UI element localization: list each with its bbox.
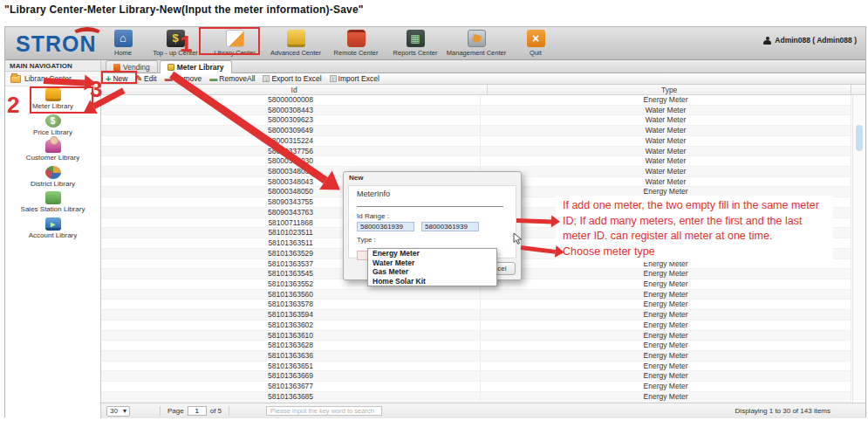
cell-type: Water Meter — [481, 106, 851, 115]
cell-id: 58101363636 — [101, 351, 481, 361]
cell-type: Water Meter — [481, 156, 851, 166]
type-option-water-meter[interactable]: Water Meter — [368, 258, 496, 268]
cell-type: Energy Meter — [481, 310, 851, 320]
sidebar-item-meter-library[interactable]: Meter Library — [5, 86, 100, 113]
import-excel-button[interactable]: ↑ Import Excel — [330, 74, 379, 83]
table-row[interactable]: 58101363602Energy Meter — [101, 320, 851, 331]
cell-id: 58101363560 — [101, 290, 481, 300]
page-number-input[interactable] — [188, 406, 207, 416]
table-row[interactable]: 58000337756Water Meter — [101, 147, 851, 157]
sidebar-title: MAIN NAVIGATION — [5, 60, 100, 72]
sidebar-item-account-library[interactable]: ▸ Account Library — [5, 216, 100, 242]
table-row[interactable]: 58000309623Water Meter — [101, 115, 851, 126]
menu-quit[interactable]: × Quit — [499, 30, 572, 57]
sidebar-item-customer-library[interactable]: Customer Library — [5, 138, 100, 164]
search-input[interactable] — [266, 406, 382, 416]
customer-library-icon — [45, 140, 61, 153]
id-range-label: Id Range : — [357, 212, 508, 220]
sidebar-item-district-library[interactable]: District Library — [5, 164, 100, 190]
minus-icon: ▬ — [165, 75, 173, 83]
type-dropdown-list: Energy Meter Water Meter Gas Meter Home … — [367, 248, 497, 286]
vertical-scrollbar[interactable] — [852, 95, 865, 403]
meterinfo-section-label: MeterInfo — [357, 190, 503, 207]
removeall-button[interactable]: ▬ RemoveAll — [209, 74, 255, 83]
cell-type: Energy Meter — [481, 187, 851, 196]
page-size-select[interactable]: 30 ▾ — [106, 406, 130, 417]
sidebar-item-sales-station-library[interactable]: Sales Station Library — [5, 190, 100, 216]
page-of-label: of 5 — [210, 407, 222, 415]
table-row[interactable]: 58101363651Energy Meter — [101, 362, 851, 372]
column-header-id[interactable]: Id — [101, 85, 488, 94]
meter-library-icon — [45, 88, 61, 101]
table-row[interactable]: 58000309649Water Meter — [101, 126, 851, 136]
cell-id: 58101363628 — [101, 341, 481, 350]
tab-vending[interactable]: Vending — [106, 60, 158, 72]
vending-tab-icon — [113, 64, 120, 71]
cell-id: 58000000008 — [101, 95, 481, 105]
quit-icon: × — [527, 30, 545, 47]
cell-id: 58101363651 — [101, 362, 481, 371]
cell-type: Energy Meter — [481, 218, 851, 228]
cell-type: Water Meter — [481, 115, 851, 125]
table-row[interactable]: 58101363560Energy Meter — [101, 290, 851, 300]
user-icon — [763, 37, 771, 45]
table-row[interactable]: 58101363669Energy Meter — [101, 371, 851, 382]
account-library-icon: ▸ — [45, 217, 61, 231]
id-range-to-input[interactable] — [421, 222, 479, 231]
type-option-home-solar-kit[interactable]: Home Solar Kit — [368, 277, 496, 286]
library-center-icon — [226, 30, 244, 47]
cell-id: 58101363602 — [101, 320, 481, 330]
cell-id: 58000337756 — [101, 147, 481, 156]
export-excel-icon: ↓ — [263, 75, 270, 82]
grid-toolbar: + New ✎ Edit ▬ Remove ▬ RemoveAll — [101, 73, 865, 85]
table-row[interactable]: 58101363610Energy Meter — [101, 331, 851, 341]
id-range-from-input[interactable] — [357, 222, 414, 231]
scrollbar-thumb[interactable] — [856, 125, 863, 151]
table-row[interactable]: 58101363578Energy Meter — [101, 300, 851, 310]
sidebar-item-library-center[interactable]: Library Center — [5, 72, 100, 86]
cell-type: Water Meter — [481, 167, 851, 176]
type-option-gas-meter[interactable]: Gas Meter — [368, 267, 496, 277]
cell-id: 58101363610 — [101, 331, 481, 341]
cell-id: 58000309649 — [101, 126, 481, 135]
cell-id: 58000340030 — [101, 156, 481, 166]
column-header-type[interactable]: Type — [488, 85, 851, 94]
export-excel-button[interactable]: ↓ Export to Excel — [263, 74, 321, 83]
table-row[interactable]: 58000315224Water Meter — [101, 136, 851, 147]
cell-type: Energy Meter — [481, 392, 851, 402]
cell-type: Energy Meter — [481, 269, 851, 279]
table-row[interactable]: 58101363677Energy Meter — [101, 382, 851, 392]
remote-center-icon — [347, 30, 366, 47]
sidebar-item-price-library[interactable]: $ Price Library — [5, 113, 100, 139]
table-row[interactable]: 58000340030Water Meter — [101, 156, 851, 167]
table-row[interactable]: 58101363636Energy Meter — [101, 351, 851, 362]
table-header: Id Type — [101, 85, 865, 95]
new-button[interactable]: + New — [106, 74, 127, 83]
remove-button[interactable]: ▬ Remove — [165, 74, 202, 83]
cell-type: Energy Meter — [481, 341, 851, 350]
cell-id: 58101363578 — [101, 300, 481, 309]
tab-meter-library[interactable]: Meter Library — [160, 60, 232, 73]
cell-type: Energy Meter — [481, 362, 851, 371]
mouse-cursor-icon — [513, 232, 523, 245]
cell-id: 58101363594 — [101, 310, 481, 320]
district-library-icon — [45, 166, 61, 179]
folder-icon — [10, 75, 21, 83]
cell-type: Water Meter — [481, 136, 851, 146]
cell-type: Energy Meter — [481, 238, 851, 248]
reports-center-icon: ▦ — [407, 30, 425, 47]
table-row[interactable]: 58101363685Energy Meter — [101, 392, 851, 403]
table-row[interactable]: 58000308443Water Meter — [101, 106, 851, 116]
dialog-title: New — [344, 172, 521, 183]
table-row[interactable]: 58101363594Energy Meter — [101, 310, 851, 320]
cell-type: Energy Meter — [481, 259, 851, 269]
edit-button[interactable]: ✎ Edit — [135, 74, 156, 83]
cell-id: 58101363669 — [101, 371, 481, 381]
table-row[interactable]: 58000000008Energy Meter — [101, 95, 851, 106]
cell-type: Energy Meter — [481, 249, 851, 258]
type-label: Type : — [357, 236, 508, 244]
type-option-energy-meter[interactable]: Energy Meter — [368, 249, 496, 258]
user-info[interactable]: Admin088 ( Admin088 ) — [763, 36, 857, 45]
cell-type: Energy Meter — [481, 382, 851, 391]
table-row[interactable]: 58101363628Energy Meter — [101, 341, 851, 351]
